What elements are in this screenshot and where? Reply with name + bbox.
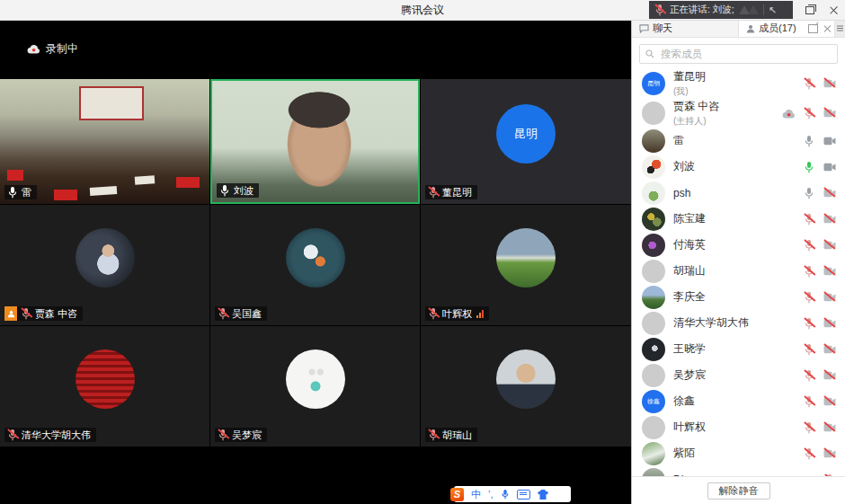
camera-status-icon xyxy=(823,77,836,90)
mic-on-icon xyxy=(219,184,231,197)
mic-status-icon xyxy=(804,343,815,356)
member-avatar xyxy=(642,234,665,257)
member-row[interactable]: 付海英 xyxy=(632,232,845,258)
member-text: 王晓学 xyxy=(673,341,796,357)
panel-tools xyxy=(808,20,834,37)
popout-panel-icon[interactable] xyxy=(808,24,818,33)
close-button[interactable] xyxy=(822,0,845,20)
tab-chat[interactable]: 聊天 xyxy=(632,20,739,37)
member-name: 陈宝建 xyxy=(673,211,796,226)
member-search[interactable] xyxy=(639,44,838,64)
participant-name: 吴梦宸 xyxy=(232,429,262,442)
video-tile-jiasen[interactable]: 贾森 中咨 xyxy=(0,205,209,325)
ime-mode-chinese[interactable]: 中 xyxy=(471,487,481,501)
search-input[interactable] xyxy=(659,48,832,60)
member-status-icons xyxy=(804,239,836,252)
member-row[interactable]: 陈宝建 xyxy=(632,206,845,232)
avatar xyxy=(286,228,345,287)
member-row[interactable]: 叶辉权 xyxy=(632,414,845,440)
member-row[interactable]: 王晓学 xyxy=(632,336,845,362)
camera-status-icon xyxy=(823,265,836,278)
recording-indicator: 录制中 xyxy=(27,41,78,57)
avatar xyxy=(496,228,556,287)
tile-name-label: 雷 xyxy=(4,185,37,199)
member-row[interactable]: 清华大学胡大伟 xyxy=(632,310,845,336)
tile-name-label: 刘波 xyxy=(217,183,259,198)
ime-keyboard-icon[interactable] xyxy=(517,490,530,500)
mic-status-icon xyxy=(804,291,815,304)
member-name: 付海英 xyxy=(673,237,796,252)
video-tile-lei[interactable]: 雷 xyxy=(0,79,209,204)
camera-status-icon xyxy=(823,369,836,382)
mic-status-icon xyxy=(804,107,815,119)
tab-members-label: 成员(17) xyxy=(759,22,796,35)
tile-name-label: 清华大学胡大伟 xyxy=(4,428,96,442)
member-row[interactable]: 吴梦宸 xyxy=(632,362,845,388)
member-status-icons xyxy=(804,447,836,460)
member-status-icons xyxy=(804,135,836,147)
close-panel-icon[interactable] xyxy=(823,25,831,32)
member-row[interactable]: 刘波 xyxy=(632,154,845,180)
member-text: 胡瑞山 xyxy=(673,263,796,279)
member-row[interactable]: 贾森 中咨 (主持人) xyxy=(632,98,845,128)
mic-status-icon xyxy=(804,187,815,199)
member-row[interactable]: Diego xyxy=(632,466,845,476)
participant-name: 叶辉权 xyxy=(442,307,472,321)
collapse-arrow-icon[interactable]: ↖ xyxy=(769,5,777,14)
mic-status-icon xyxy=(804,135,815,147)
member-row[interactable]: 昆明 董昆明 (我) xyxy=(632,68,845,98)
member-row[interactable]: 李庆全 xyxy=(632,284,845,310)
panel-footer: 解除静音 xyxy=(632,476,845,504)
member-row[interactable]: 徐鑫 徐鑫 xyxy=(632,388,845,414)
cloud-record-icon xyxy=(27,44,40,54)
camera-status-icon xyxy=(823,239,836,252)
member-row[interactable]: psh xyxy=(632,180,845,206)
camera-status-icon xyxy=(823,317,836,330)
panel-tabs: 聊天 成员(17) xyxy=(632,20,845,38)
mic-status-icon xyxy=(804,161,815,173)
member-status-icons xyxy=(804,317,836,330)
participant-name: 胡瑞山 xyxy=(442,429,472,442)
member-avatar xyxy=(642,416,665,439)
member-name: 雷 xyxy=(673,133,796,148)
ime-voice-icon[interactable] xyxy=(501,489,510,500)
video-tile-hurushan[interactable]: 胡瑞山 xyxy=(421,326,631,447)
mic-status-icon xyxy=(804,317,815,330)
mic-status-icon xyxy=(804,213,815,225)
unmute-button[interactable]: 解除静音 xyxy=(707,482,770,500)
tile-name-label: 叶辉权 xyxy=(425,306,489,321)
ime-skin-icon[interactable] xyxy=(538,490,548,500)
room-banner-decor xyxy=(79,86,144,120)
tab-chat-label: 聊天 xyxy=(653,22,672,35)
member-role: (主持人) xyxy=(673,115,774,128)
member-avatar xyxy=(642,312,665,335)
network-signal-icon xyxy=(476,310,484,318)
participant-name: 贾森 中咨 xyxy=(35,307,77,321)
avatar xyxy=(76,228,135,287)
video-tile-hudawei[interactable]: 清华大学胡大伟 xyxy=(0,326,209,447)
video-tile-wumengchen[interactable]: 吴梦宸 xyxy=(210,326,420,447)
video-tile-dongkunming[interactable]: 昆明 董昆明 xyxy=(421,79,631,204)
member-name: 贾森 中咨 xyxy=(673,99,774,114)
banner-shape-icon xyxy=(748,5,759,14)
member-name: 王晓学 xyxy=(673,341,796,357)
member-row[interactable]: 紫陌 xyxy=(632,440,845,466)
member-list: 昆明 董昆明 (我) xyxy=(632,68,845,476)
video-tile-wuguoxin[interactable]: 吴国鑫 xyxy=(210,205,420,325)
member-status-icons xyxy=(782,107,836,119)
sogou-logo-icon[interactable]: S xyxy=(450,488,464,501)
ime-punctuation-icon[interactable]: ’, xyxy=(488,487,494,501)
member-row[interactable]: 胡瑞山 xyxy=(632,258,845,284)
tab-members[interactable]: 成员(17) xyxy=(739,20,808,37)
ime-toolbar[interactable]: S 中 ’, xyxy=(454,486,571,502)
member-row[interactable]: 雷 xyxy=(632,128,845,154)
camera-status-icon xyxy=(823,447,836,460)
video-tile-liubo[interactable]: 刘波 xyxy=(210,79,420,204)
ime-toolbox-icon[interactable] xyxy=(556,490,565,500)
camera-status-icon xyxy=(823,107,836,119)
member-text: 紫陌 xyxy=(673,446,796,461)
restore-button[interactable] xyxy=(798,0,822,20)
video-tile-yehuiquan[interactable]: 叶辉权 xyxy=(421,205,631,325)
panel-menu-icon[interactable] xyxy=(834,20,845,37)
decor xyxy=(7,170,23,181)
